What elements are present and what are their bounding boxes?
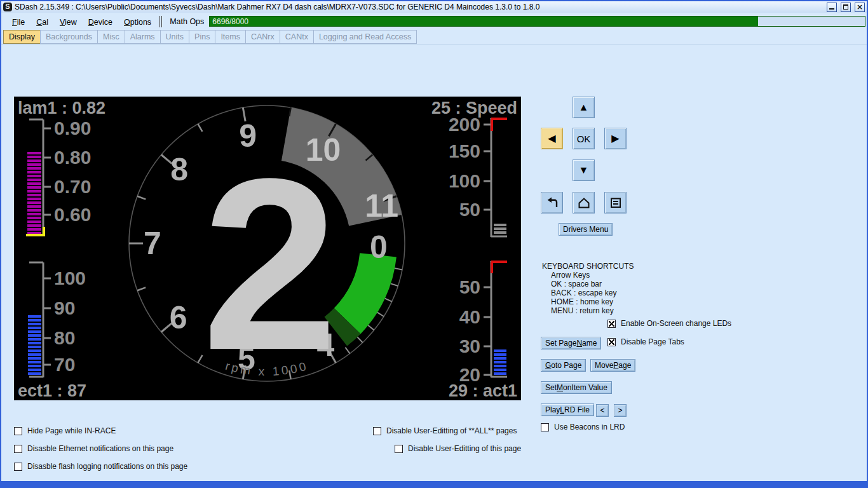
use-beacons-label: Use Beacons in LRD [554, 423, 625, 431]
disable-ethernet-checkbox[interactable] [14, 445, 22, 453]
math-ops-label: Math Ops [167, 17, 209, 26]
gauge-ect1-scale: 90 [54, 297, 75, 318]
arrow-left-icon: ◀ [548, 133, 555, 144]
tab-units[interactable]: Units [160, 30, 189, 44]
keyboard-shortcut-line: Arrow Keys [551, 271, 590, 280]
title-bar[interactable]: S SDash 2.15.349 : C:\Users\Public\Docum… [1, 1, 867, 13]
keyboard-shortcuts-title: KEYBOARD SHORTCUTS [542, 262, 634, 271]
disable-page-tabs-checkbox[interactable] [607, 338, 616, 346]
tacho-number-11: 11 [365, 188, 398, 224]
app-icon: S [3, 3, 12, 11]
close-button[interactable]: × [855, 3, 865, 12]
menu-view[interactable]: View [54, 16, 83, 29]
move-page-button[interactable]: Move Page [590, 359, 635, 372]
tab-bar: DisplayBackgroundsMiscAlarmsUnitsPinsIte… [1, 30, 867, 44]
home-icon [577, 196, 591, 210]
minimize-icon [829, 5, 834, 10]
tacho-center-value: 2 [202, 127, 338, 400]
tab-cantx[interactable]: CANtx [280, 30, 314, 44]
drivers-menu-button[interactable]: Drivers Menu [559, 223, 613, 236]
gauge-lam1: 0.900.800.700.60lam1 : 0.82 [18, 98, 105, 235]
math-ops-progressbar: 6696/8000 [209, 16, 865, 27]
nav-menu-button[interactable] [604, 192, 627, 214]
goto-page-button[interactable]: Goto Page [541, 359, 586, 372]
nav-right-button[interactable]: ▶ [604, 128, 627, 149]
tab-pins[interactable]: Pins [189, 30, 215, 44]
gauge-act1-scale: 40 [459, 306, 480, 327]
gauge-lam1-scale: 0.90 [54, 118, 91, 139]
nav-down-button[interactable]: ▼ [573, 159, 595, 181]
gauge-ect1-scale: 70 [54, 354, 75, 375]
tacho-number-0: 0 [370, 229, 388, 265]
tab-logging-and-read-access[interactable]: Logging and Read Access [313, 30, 417, 44]
hide-in-race-row: Hide Page while IN-RACE [14, 426, 116, 435]
hide-in-race-label: Hide Page while IN-RACE [27, 426, 116, 435]
tab-items[interactable]: Items [215, 30, 246, 44]
tacho-number-8: 8 [170, 152, 188, 187]
disable-flash-logging-label: Disasble flash logging notifications on … [27, 462, 187, 471]
tab-display[interactable]: Display [3, 30, 41, 44]
tab-backgrounds[interactable]: Backgrounds [40, 30, 98, 44]
menu-file[interactable]: File [6, 16, 31, 29]
disable-page-tabs-row: Disable Page Tabs [607, 337, 684, 346]
menu-cal[interactable]: Cal [31, 16, 54, 29]
minimize-button[interactable] [827, 3, 837, 12]
lrd-next-button[interactable]: > [614, 404, 627, 417]
nav-back-button[interactable] [541, 192, 563, 214]
menu-items: FileCalViewDeviceOptions [6, 16, 157, 27]
gauge-lam1-scale: 0.70 [54, 176, 91, 197]
keyboard-shortcut-line: OK : space bar [551, 280, 602, 288]
menu-list-icon [609, 196, 623, 210]
tacho-number-7: 7 [144, 226, 161, 261]
keyboard-shortcut-line: MENU : return key [551, 306, 614, 315]
disable-flash-logging-row: Disasble flash logging notifications on … [14, 462, 187, 471]
menu-bar: FileCalViewDeviceOptions Math Ops 6696/8… [1, 13, 867, 30]
arrow-up-icon: ▲ [579, 102, 589, 112]
tab-alarms[interactable]: Alarms [125, 30, 161, 44]
keyboard-shortcut-line: BACK : escape key [551, 288, 616, 297]
tab-canrx[interactable]: CANrx [245, 30, 280, 44]
disable-edit-all-checkbox[interactable] [373, 427, 381, 435]
menu-options[interactable]: Options [118, 16, 157, 29]
enable-onscreen-leds-label: Enable On-Screen change LEDs [621, 319, 731, 328]
use-beacons-checkbox[interactable] [541, 423, 549, 431]
nav-up-button[interactable]: ▲ [573, 97, 595, 118]
gauge-ect1-scale: 80 [54, 327, 75, 348]
gauge-lam1-scale: 0.80 [54, 147, 91, 168]
gauge-act1-label: 29 : act1 [449, 381, 517, 400]
disable-edit-all-label: Disable User-Editting of **ALL** pages [386, 426, 517, 435]
play-lrd-file-button[interactable]: Play LRD File [541, 403, 594, 416]
gauge-speed-scale: 50 [459, 199, 480, 220]
arrow-down-icon: ▼ [579, 165, 589, 175]
disable-edit-page-label: Disable User-Editting of this page [408, 444, 521, 453]
enable-onscreen-leds-checkbox[interactable] [607, 320, 616, 328]
close-icon: × [857, 3, 863, 11]
disable-ethernet-label: Disasble Ethernet notifications on this … [27, 444, 173, 453]
menu-separator [159, 16, 162, 27]
gauge-lam1-label: lam1 : 0.82 [18, 98, 105, 118]
maximize-button[interactable] [841, 3, 851, 12]
disable-edit-page-row: Disable User-Editting of this page [395, 444, 521, 453]
gauge-speed-scale: 150 [449, 140, 480, 161]
nav-ok-button[interactable]: OK [573, 128, 595, 149]
set-page-name-button[interactable]: Set Page Name [541, 337, 601, 349]
menu-device[interactable]: Device [83, 16, 118, 29]
gauge-ect1: 100908070ect1 : 87 [18, 262, 86, 400]
nav-left-button[interactable]: ◀ [541, 128, 563, 149]
disable-flash-logging-checkbox[interactable] [14, 463, 22, 471]
set-monitem-value-button[interactable]: Set MonItem Value [541, 381, 612, 394]
hide-in-race-checkbox[interactable] [14, 427, 22, 435]
gauge-ect1-label: ect1 : 87 [18, 381, 86, 400]
lrd-prev-button[interactable]: < [596, 404, 609, 417]
tab-misc[interactable]: Misc [97, 30, 125, 44]
enable-onscreen-leds-row: Enable On-Screen change LEDs [607, 319, 731, 328]
use-beacons-row: Use Beacons in LRD [541, 423, 625, 431]
keyboard-shortcut-line: HOME : home key [551, 297, 613, 306]
disable-page-tabs-label: Disable Page Tabs [621, 337, 684, 346]
disable-ethernet-row: Disasble Ethernet notifications on this … [14, 444, 173, 453]
nav-home-button[interactable] [573, 192, 595, 214]
dash-display-preview[interactable]: 045678910112rpm x 10000.900.800.700.60la… [14, 97, 521, 400]
math-ops-progress-text: 6696/8000 [212, 17, 248, 26]
disable-edit-page-checkbox[interactable] [395, 445, 403, 453]
restore-icon [843, 4, 848, 10]
